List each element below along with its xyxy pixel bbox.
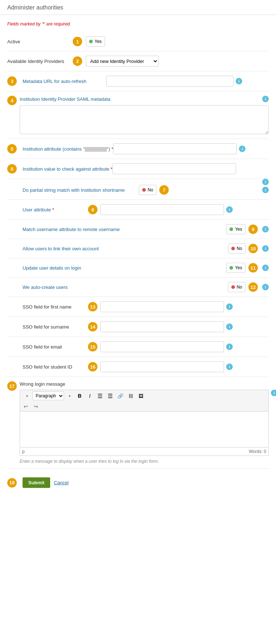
institution-attribute-label: Institution attribute (contains "xxxxx")… [23, 146, 113, 152]
sso-firstname-row: SSO field for first name 13 i [7, 297, 269, 317]
metadata-url-input[interactable] [106, 76, 233, 87]
partial-match-toggle[interactable]: No [139, 185, 156, 195]
active-label: Active [7, 39, 73, 44]
wrong-login-label: Wrong login message [20, 381, 65, 387]
metadata-url-row: 3 Metadata URL for auto-refresh i [7, 71, 269, 91]
match-username-info-icon[interactable]: i [262, 226, 269, 232]
wrong-login-info-icon[interactable]: i [271, 390, 276, 396]
sso-email-info-icon[interactable]: i [226, 343, 233, 350]
paragraph-select[interactable]: Paragraph [32, 391, 64, 400]
editor-tag: p [22, 449, 25, 454]
step-4-badge: 4 [7, 96, 17, 105]
active-toggle[interactable]: Yes [86, 36, 105, 47]
match-username-row: Match username attribute to remote usern… [7, 220, 269, 239]
toolbar-ol[interactable]: ☰ [105, 391, 115, 400]
saml-metadata-textarea[interactable] [20, 105, 269, 134]
update-user-info-icon[interactable]: i [262, 265, 269, 271]
metadata-url-info-icon[interactable]: i [236, 78, 242, 84]
institution-attribute-info-icon[interactable]: i [239, 146, 245, 152]
update-user-dot [229, 266, 233, 270]
allow-link-info-icon[interactable]: i [262, 245, 269, 252]
institution-value-input[interactable] [112, 163, 236, 174]
toolbar-link[interactable]: 🔗 [116, 391, 125, 400]
auto-create-toggle[interactable]: No [228, 282, 245, 292]
sso-email-row: SSO field for email 15 i [7, 337, 269, 357]
toolbar-unlink[interactable]: ⛓ [126, 391, 135, 400]
wrong-login-row: 17 Wrong login message ▾ Paragraph ▾ [7, 377, 269, 469]
identity-providers-select[interactable]: Add new Identity Provider [86, 56, 159, 67]
user-attribute-row: User attribute * 8 i [7, 200, 269, 220]
undo-button[interactable]: ↩ [22, 403, 29, 410]
partial-match-info-icon[interactable]: i [262, 187, 269, 193]
auto-create-info-icon[interactable]: i [262, 284, 269, 290]
allow-link-dot [231, 247, 235, 250]
sso-surname-label: SSO field for surname [23, 324, 88, 330]
saml-metadata-info-icon[interactable]: i [262, 96, 269, 102]
update-user-row: Update user details on login Yes 11 i [7, 258, 269, 278]
page-container: Administer authorities Fields marked by … [0, 0, 276, 500]
submit-row: 18 Submit Cancel [7, 473, 269, 492]
partial-match-row: Do partial string match with Institution… [7, 180, 269, 200]
step-12-badge: 12 [248, 282, 258, 292]
step-1-badge: 1 [73, 37, 82, 46]
form-container: Fields marked by '*' are required. Activ… [0, 15, 276, 500]
submit-button[interactable]: Submit [23, 477, 50, 488]
cancel-link[interactable]: Cancel [54, 480, 68, 485]
sso-email-input[interactable] [100, 341, 224, 352]
match-username-dot [229, 227, 233, 231]
active-row: Active 1 Yes [7, 32, 269, 51]
step-14-badge: 14 [88, 322, 97, 331]
toolbar-format-chevron[interactable]: ▾ [22, 391, 32, 400]
editor-content[interactable] [20, 411, 269, 448]
institution-attribute-input[interactable] [113, 143, 237, 154]
sso-firstname-input[interactable] [100, 301, 224, 312]
toolbar-format-chevron2[interactable]: ▾ [65, 391, 74, 400]
page-title: Administer authorities [7, 4, 269, 11]
partial-match-toggle-label: No [148, 187, 153, 192]
sso-firstname-info-icon[interactable]: i [226, 303, 233, 310]
allow-link-toggle[interactable]: No [228, 243, 245, 254]
step-16-badge: 16 [88, 362, 97, 371]
sso-student-id-info-icon[interactable]: i [226, 363, 233, 370]
sso-surname-input[interactable] [100, 321, 224, 332]
required-note: Fields marked by '*' are required. [7, 21, 269, 27]
metadata-url-label: Metadata URL for auto-refresh [23, 79, 106, 84]
institution-attribute-row: 5 Institution attribute (contains "xxxxx… [7, 139, 269, 159]
step-9-badge: 9 [248, 224, 258, 234]
institution-value-row: 6 Institution value to check against att… [7, 159, 269, 179]
partial-match-label: Do partial string match with Institution… [23, 187, 139, 193]
auto-create-row: We auto-create users No 12 i [7, 278, 269, 297]
saml-metadata-row: 4 Institution Identity Provider SAML met… [7, 91, 269, 139]
sso-surname-info-icon[interactable]: i [226, 323, 233, 330]
sso-student-id-input[interactable] [100, 361, 224, 372]
allow-link-toggle-label: No [237, 246, 242, 251]
blurred-text: xxxxx [85, 147, 107, 152]
match-username-toggle[interactable]: Yes [226, 224, 245, 234]
undo-redo-row: ↩ ↪ [20, 402, 269, 411]
toolbar-bold[interactable]: B [75, 391, 84, 400]
partial-match-dot [142, 188, 146, 192]
user-attribute-info-icon[interactable]: i [226, 206, 233, 213]
editor-word-count-area: Words: 0 [249, 449, 266, 454]
step-11-badge: 11 [248, 263, 258, 273]
step-17-badge: 17 [7, 381, 17, 391]
toolbar-italic[interactable]: I [85, 391, 95, 400]
step-13-badge: 13 [88, 302, 97, 311]
editor-footer: p Words: 0 [20, 448, 269, 456]
step-10-badge: 10 [248, 244, 258, 253]
step-7-badge: 7 [159, 185, 169, 195]
user-attribute-input[interactable] [100, 204, 224, 215]
auto-create-dot [231, 285, 235, 289]
redo-button[interactable]: ↪ [32, 403, 40, 410]
sso-email-label: SSO field for email [23, 344, 88, 350]
step-2-badge: 2 [73, 56, 82, 66]
toolbar-ul[interactable]: ☰ [95, 391, 105, 400]
update-user-toggle-label: Yes [235, 265, 242, 270]
step-18-badge: 18 [7, 478, 17, 488]
step-6-badge: 6 [7, 164, 17, 174]
allow-link-label: Allow users to link their own account [23, 246, 228, 251]
update-user-toggle[interactable]: Yes [226, 263, 245, 273]
toolbar-image[interactable]: 🖼 [136, 391, 145, 400]
user-attribute-label: User attribute * [23, 207, 88, 212]
saml-metadata-label: Institution Identity Provider SAML metad… [20, 96, 260, 102]
